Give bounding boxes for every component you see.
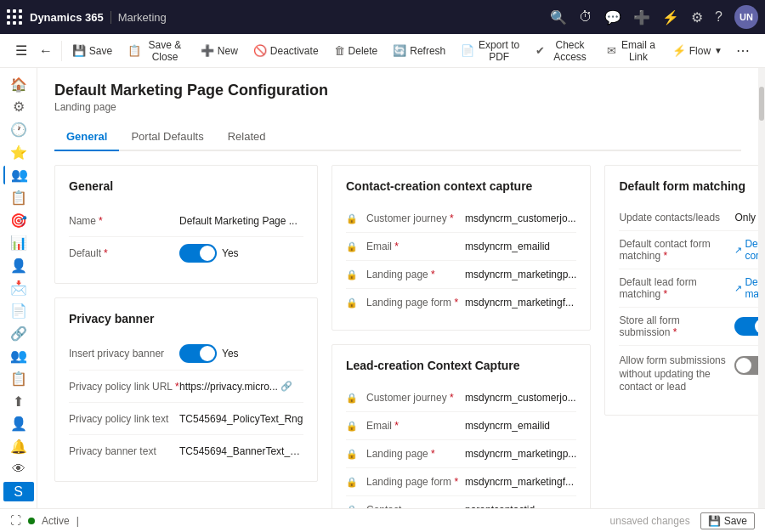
lc-landing-page-value[interactable]: msdyncrm_marketingp... [465, 448, 576, 460]
check-icon: ✔ [536, 44, 545, 57]
privacy-banner-panel: Privacy banner Insert privacy banner Yes [54, 297, 318, 482]
export-button[interactable]: 📄 Export to PDF [454, 36, 527, 66]
expand-icon[interactable]: ⛶ [10, 514, 21, 527]
email-link-button[interactable]: ✉ Email a Link [600, 36, 664, 66]
back-button[interactable]: ← [34, 40, 58, 62]
delete-button[interactable]: 🗑 Delete [327, 41, 385, 60]
cc-customer-journey-value[interactable]: msdyncrm_customerjo... [465, 212, 576, 224]
name-required: * [99, 215, 103, 227]
save-close-button[interactable]: 📋 Save & Close [121, 36, 192, 66]
default-form-matching-panel: Default form matching Update contacts/le… [604, 165, 758, 416]
lead-creation-panel: Lead-creation Context Capture 🔒 Customer… [332, 344, 591, 508]
lead-creation-title: Lead-creation Context Capture [346, 359, 576, 372]
sidebar-icon-tasks[interactable]: 📋 [3, 369, 34, 388]
sidebar-icon-accounts[interactable]: 👤 [3, 256, 34, 275]
add-icon[interactable]: ➕ [633, 9, 650, 25]
flow-dropdown-icon: ▼ [714, 46, 722, 55]
sidebar-icon-home[interactable]: 🏠 [3, 75, 34, 94]
default-toggle[interactable] [179, 244, 217, 263]
insert-privacy-toggle[interactable] [179, 344, 217, 363]
dfm-allow-submissions-toggle[interactable] [734, 356, 758, 375]
lock-icon-4: 🔒 [346, 297, 358, 308]
sidebar-icon-recent[interactable]: 🕐 [3, 120, 34, 139]
avatar[interactable]: UN [734, 5, 758, 29]
clock-icon[interactable]: ⏱ [579, 9, 592, 25]
sidebar-icon-view[interactable]: 👁 [3, 460, 34, 479]
check-access-button[interactable]: ✔ Check Access [529, 36, 598, 66]
toggle-thumb-allow [736, 358, 751, 373]
dfm-lead-matching-link[interactable]: ↗ Default lead matchi... [734, 276, 758, 300]
dfm-update-label: Update contacts/leads [619, 212, 729, 224]
privacy-link-text-value[interactable]: TC545694_PolicyText_Rng [179, 413, 303, 425]
scroll-track[interactable] [758, 68, 765, 508]
cc-landing-page-row: 🔒 Landing page * msdyncrm_marketingp... [346, 261, 576, 289]
tab-general[interactable]: General [54, 123, 119, 151]
privacy-url-label: Privacy policy link URL * [69, 381, 179, 393]
dfm-update-row: Update contacts/leads Only contacts [619, 205, 758, 231]
insert-privacy-toggle-label: Yes [222, 348, 239, 359]
hamburger-button[interactable]: ☰ [10, 39, 32, 62]
status-save-button[interactable]: 💾 Save [700, 512, 755, 529]
deactivate-button[interactable]: 🚫 Deactivate [246, 41, 326, 60]
dfm-contact-matching-link[interactable]: ↗ Default contact mat... [734, 238, 758, 262]
lc-email-value[interactable]: msdyncrm_emailid [465, 420, 576, 432]
more-button[interactable]: ⋯ [731, 39, 755, 62]
sidebar-icon-profile[interactable]: 👤 [3, 414, 34, 433]
lc-landing-page-form-value[interactable]: msdyncrm_marketingf... [465, 476, 576, 488]
right-column: Default form matching Update contacts/le… [604, 165, 758, 416]
status-bar: ⛶ Active | unsaved changes 💾 Save [0, 508, 765, 532]
save-icon: 💾 [72, 44, 86, 57]
cc-landing-page-value[interactable]: msdyncrm_marketingp... [465, 269, 576, 280]
question-icon[interactable]: ? [715, 9, 722, 25]
sidebar-icon-teams[interactable]: 👥 [3, 347, 34, 366]
privacy-banner-text-label: Privacy banner text [69, 445, 179, 457]
sidebar-icon-alerts[interactable]: 🔔 [3, 437, 34, 456]
settings-icon[interactable]: ⚙ [691, 9, 703, 25]
dfm-lead-matching-row: Default lead form matching * ↗ Default l… [619, 269, 758, 308]
save-button[interactable]: 💾 Save [65, 41, 119, 60]
search-icon[interactable]: 🔍 [550, 9, 567, 25]
cc-customer-journey-row: 🔒 Customer journey * msdyncrm_customerjo… [346, 205, 576, 233]
privacy-banner-text-value[interactable]: TC545694_BannerText_TjO [179, 445, 303, 457]
cc-landing-page-form-value[interactable]: msdyncrm_marketingf... [465, 297, 576, 308]
cc-landing-page-label: Landing page * [366, 269, 460, 280]
sidebar-icon-links[interactable]: 🔗 [3, 324, 34, 343]
privacy-url-value[interactable]: https://privacy.micro... 🔗 [179, 381, 303, 393]
filter-icon[interactable]: ⚡ [662, 9, 679, 25]
sidebar-icon-user[interactable]: S [3, 482, 34, 501]
sidebar-icon-segments[interactable]: 🎯 [3, 211, 34, 230]
page-header: Default Marketing Page Configuration Lan… [54, 82, 741, 113]
tab-portal-defaults[interactable]: Portal Defaults [119, 123, 215, 151]
tab-related[interactable]: Related [216, 123, 278, 151]
cc-landing-page-form-row: 🔒 Landing page form * msdyncrm_marketing… [346, 289, 576, 316]
sidebar-icon-pages[interactable]: 📄 [3, 301, 34, 320]
external-link-icon[interactable]: 🔗 [280, 381, 292, 392]
tab-bar: General Portal Defaults Related [54, 123, 741, 151]
sidebar-icon-email[interactable]: 📩 [3, 279, 34, 298]
sidebar-icon-favorites[interactable]: ⭐ [3, 143, 34, 162]
page-subtitle: Landing page [54, 101, 741, 113]
privacy-link-text-label: Privacy policy link text [69, 413, 179, 425]
dfm-store-all-toggle[interactable] [734, 317, 758, 336]
lc-customer-journey-value[interactable]: msdyncrm_customerjo... [465, 392, 576, 404]
sidebar-icon-leads[interactable]: 📋 [3, 188, 34, 207]
toggle-thumb-privacy [200, 346, 215, 361]
sidebar-icon-contacts[interactable]: 👥 [3, 166, 34, 185]
refresh-button[interactable]: 🔄 Refresh [386, 41, 452, 60]
flow-button[interactable]: ⚡ Flow ▼ [666, 41, 729, 60]
help-icon[interactable]: 💬 [604, 9, 621, 25]
cc-email-row: 🔒 Email * msdyncrm_emailid [346, 233, 576, 261]
name-value[interactable]: Default Marketing Page ... [179, 215, 303, 227]
middle-column: Contact-creation context capture 🔒 Custo… [332, 165, 591, 508]
deactivate-icon: 🚫 [253, 44, 267, 57]
sidebar-icon-settings[interactable]: ⚙ [3, 98, 34, 117]
name-label: Name * [69, 215, 179, 227]
apps-grid-icon[interactable] [7, 9, 23, 25]
sidebar-icon-analytics[interactable]: 📊 [3, 233, 34, 252]
scroll-thumb[interactable] [759, 87, 764, 121]
cc-email-value[interactable]: msdyncrm_emailid [465, 241, 576, 252]
sidebar-icon-upload[interactable]: ⬆ [3, 392, 34, 411]
insert-privacy-row: Insert privacy banner Yes [69, 337, 303, 371]
dfm-title: Default form matching [619, 179, 758, 193]
new-button[interactable]: ➕ New [194, 41, 245, 60]
